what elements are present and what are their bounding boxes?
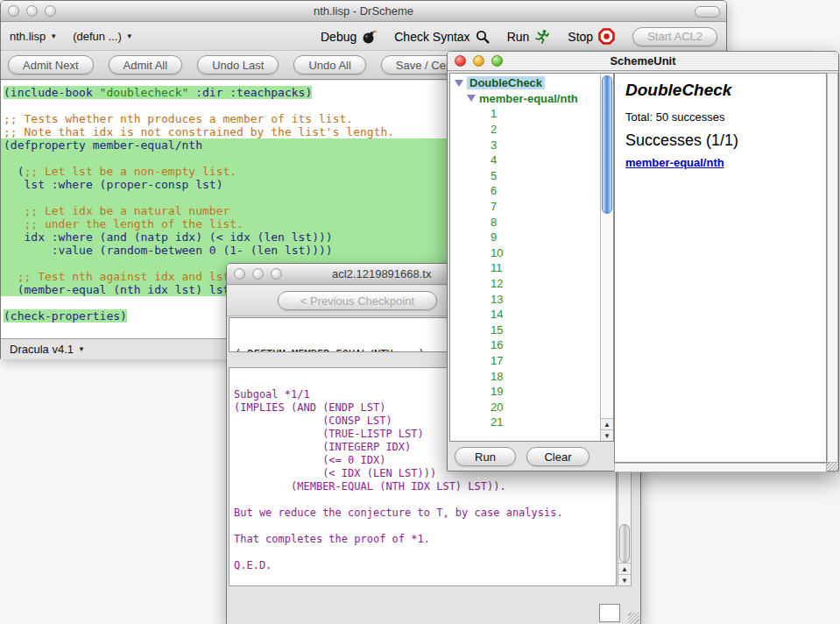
tree-item-label[interactable]: 17: [491, 354, 503, 367]
proof-line: [234, 520, 616, 533]
previous-checkpoint-button[interactable]: < Previous Checkpoint: [278, 291, 437, 310]
minimize-button[interactable]: [26, 5, 38, 17]
tree-item-label[interactable]: 1: [491, 107, 497, 120]
tree-item[interactable]: 15: [450, 323, 600, 338]
tree-item[interactable]: 14: [450, 307, 600, 323]
tree-item[interactable]: 6: [450, 183, 600, 199]
tree-item[interactable]: 17: [450, 353, 600, 369]
zoom-button[interactable]: [45, 5, 56, 17]
tree-item-label[interactable]: DoubleCheck: [467, 76, 545, 89]
tree-item-label[interactable]: 16: [491, 338, 503, 351]
clear-button[interactable]: Clear: [526, 447, 589, 466]
tree-item-label[interactable]: 7: [491, 200, 497, 213]
tree-item[interactable]: 13: [450, 291, 600, 307]
scroll-down-arrow-icon[interactable]: ▼: [618, 574, 631, 585]
proof-line: Q.E.D.: [234, 559, 616, 572]
tree-item[interactable]: 7: [450, 199, 600, 215]
toolbar-toggle-button[interactable]: [695, 6, 720, 18]
close-button[interactable]: [234, 268, 245, 280]
checkbox[interactable]: [599, 604, 620, 622]
tree-item[interactable]: 16: [450, 337, 600, 353]
tree-item-label[interactable]: 6: [491, 184, 497, 197]
tree-item[interactable]: 12: [450, 276, 600, 292]
tree-item[interactable]: 19: [450, 384, 600, 400]
undo-last-button[interactable]: Undo Last: [197, 55, 279, 74]
defun-dropdown[interactable]: (defun ...) ▼: [73, 30, 133, 43]
check-syntax-button[interactable]: Check Syntax: [394, 30, 489, 44]
tree-item-label[interactable]: 11: [491, 261, 503, 274]
tree-item[interactable]: 3: [450, 137, 600, 152]
zoom-button[interactable]: [491, 55, 503, 67]
tree-item-label[interactable]: 15: [491, 323, 503, 337]
scroll-up-arrow-icon[interactable]: ▲: [618, 563, 631, 574]
tree-item[interactable]: 20: [450, 399, 600, 415]
tree-item[interactable]: DoubleCheck: [450, 75, 600, 91]
check-syntax-label: Check Syntax: [394, 30, 469, 44]
detail-vertical-scrollbar[interactable]: [827, 73, 838, 463]
admit-all-button[interactable]: Admit All: [109, 55, 183, 74]
drscheme-titlebar[interactable]: nth.lisp - DrScheme: [1, 1, 726, 22]
tree-item-label[interactable]: 8: [491, 216, 497, 229]
test-result-link[interactable]: member-equal/nth: [625, 156, 724, 169]
tree-item[interactable]: 4: [450, 152, 600, 168]
undo-all-button[interactable]: Undo All: [293, 55, 365, 74]
proof-line: [234, 493, 616, 507]
dracula-version-dropdown[interactable]: Dracula v4.1 ▼: [10, 343, 85, 356]
admit-next-button[interactable]: Admit Next: [8, 55, 94, 74]
resize-grip-icon[interactable]: [628, 613, 639, 624]
close-button[interactable]: [8, 5, 19, 17]
start-acl2-button[interactable]: Start ACL2: [632, 27, 717, 46]
tree-item[interactable]: 21: [450, 415, 600, 430]
tree-item[interactable]: 10: [450, 245, 600, 261]
tree-item-label[interactable]: 13: [491, 293, 503, 306]
scrollbar-arrows: ▲ ▼: [601, 418, 613, 441]
minimize-button[interactable]: [252, 268, 264, 280]
tree-item[interactable]: 18: [450, 368, 600, 384]
file-dropdown[interactable]: nth.lisp ▼: [10, 30, 57, 43]
tree-item-label[interactable]: 5: [491, 169, 497, 182]
resize-grip-icon[interactable]: [827, 462, 838, 473]
run-tests-button[interactable]: Run: [455, 447, 516, 466]
tree-item[interactable]: 9: [450, 230, 600, 245]
run-button[interactable]: Run: [507, 29, 551, 45]
tree-item-label[interactable]: 12: [491, 277, 503, 290]
zoom-button[interactable]: [271, 268, 282, 280]
tree-item-label[interactable]: 4: [491, 153, 497, 167]
tree-item-label[interactable]: 20: [491, 401, 503, 414]
detail-successes-heading: Successes (1/1): [625, 131, 738, 150]
tree-item-label[interactable]: 14: [491, 308, 503, 321]
window-title: nth.lisp - DrScheme: [1, 4, 726, 18]
tree-item-label[interactable]: member-equal/nth: [479, 92, 578, 105]
tree-item-label[interactable]: 18: [491, 370, 503, 383]
tree-item[interactable]: 1: [450, 106, 600, 122]
minimize-button[interactable]: [473, 55, 484, 67]
test-tree[interactable]: DoubleCheckmember-equal/nth1234567891011…: [450, 75, 600, 441]
debug-label: Debug: [321, 30, 356, 44]
tree-item[interactable]: 8: [450, 214, 600, 230]
tree-item-label[interactable]: 3: [491, 138, 497, 152]
schemeunit-titlebar[interactable]: SchemeUnit: [448, 52, 838, 71]
stop-button[interactable]: Stop: [568, 28, 615, 45]
disclosure-triangle-icon[interactable]: [455, 80, 463, 87]
detail-heading: DoubleCheck: [625, 81, 731, 100]
tree-item[interactable]: 5: [450, 168, 600, 184]
tree-item[interactable]: 11: [450, 260, 600, 276]
scrollbar-thumb[interactable]: [619, 524, 630, 563]
drscheme-toolbar: nth.lisp ▼ (defun ...) ▼ Debug Chec: [1, 23, 726, 51]
tree-item-label[interactable]: 2: [491, 123, 497, 136]
bomb-icon: [362, 30, 377, 44]
tree-item[interactable]: 2: [450, 122, 600, 138]
tree-item-label[interactable]: 19: [491, 385, 503, 398]
tree-item-label[interactable]: 9: [491, 230, 497, 244]
tree-scrollbar[interactable]: ▲ ▼: [600, 74, 613, 441]
tree-item[interactable]: member-equal/nth: [450, 91, 600, 107]
scroll-up-arrow-icon[interactable]: ▲: [601, 418, 613, 429]
detail-horizontal-scrollbar[interactable]: [614, 463, 827, 472]
scroll-down-arrow-icon[interactable]: ▼: [601, 429, 613, 441]
scrollbar-thumb[interactable]: [602, 75, 612, 214]
tree-item-label[interactable]: 21: [491, 415, 503, 429]
close-button[interactable]: [455, 55, 466, 67]
tree-item-label[interactable]: 10: [491, 246, 503, 259]
disclosure-triangle-icon[interactable]: [467, 95, 476, 102]
debug-button[interactable]: Debug: [321, 30, 377, 44]
